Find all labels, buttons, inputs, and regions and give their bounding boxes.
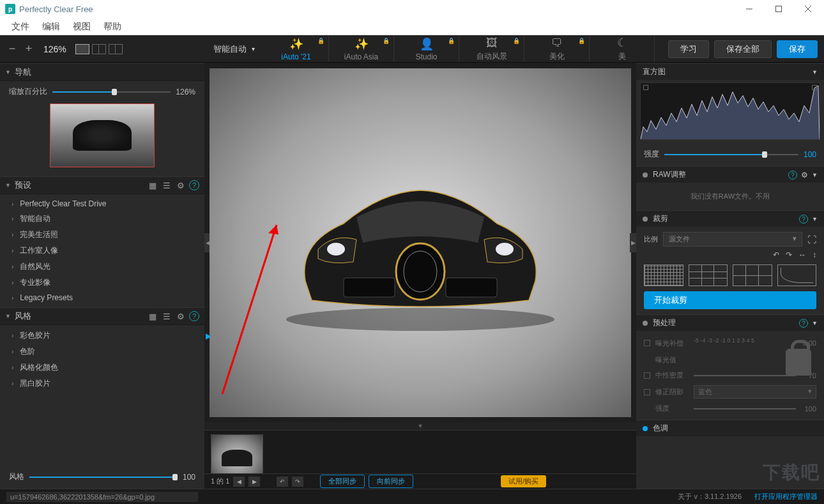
- presets-list: ›Perfectly Clear Test Drive ›智能自动 ›完美生活照…: [0, 194, 204, 307]
- preset-iauto21[interactable]: 🔒 ✨ iAuto '21: [264, 36, 329, 62]
- crop-grid-dense[interactable]: [644, 264, 683, 286]
- intensity-slider[interactable]: [664, 150, 798, 159]
- zoom-level[interactable]: 126%: [43, 44, 66, 54]
- undo-button[interactable]: ↶: [277, 477, 288, 487]
- start-crop-button[interactable]: 开始裁剪: [644, 291, 816, 309]
- pre-strength-slider[interactable]: [694, 404, 796, 413]
- help-icon[interactable]: ?: [788, 171, 797, 179]
- status-version: 关于 v：3.11.2.1926: [678, 492, 742, 501]
- nav-zoom-slider[interactable]: [52, 88, 171, 96]
- sync-forward-button[interactable]: 向前同步: [369, 475, 413, 488]
- redo-button[interactable]: ↷: [292, 477, 303, 487]
- navigator-thumbnail[interactable]: [50, 103, 155, 167]
- preprocess-header[interactable]: 预处理 ? ▼: [636, 314, 824, 331]
- flip-h-icon[interactable]: ↔: [798, 250, 806, 259]
- right-panel: 直方图 ▼ 强度 100: [636, 63, 824, 489]
- preset-beauty[interactable]: ☾ 美: [590, 36, 655, 62]
- flip-v-icon[interactable]: ↕: [813, 250, 816, 259]
- smart-auto-dropdown[interactable]: 智能自动 ▾: [204, 36, 264, 62]
- canvas-hscroll[interactable]: ▼: [204, 422, 636, 430]
- preset-studio[interactable]: 🔒 👤 Studio: [394, 36, 459, 62]
- zoom-out-button[interactable]: −: [6, 42, 18, 56]
- prev-button[interactable]: ◀: [233, 477, 245, 487]
- nav-header[interactable]: ▼ 导航: [0, 63, 204, 81]
- svg-point-10: [496, 243, 514, 256]
- tone-header[interactable]: 色调: [636, 420, 824, 436]
- help-icon[interactable]: ?: [799, 215, 808, 224]
- preset-landscape[interactable]: 🔒 🖼 自动风景: [459, 36, 524, 62]
- crop-header[interactable]: 裁剪 ? ▼: [636, 210, 824, 227]
- save-button[interactable]: 保存: [777, 40, 818, 58]
- grid-view-icon[interactable]: ▦: [147, 179, 158, 191]
- nav-zoom-val: 126%: [176, 88, 195, 96]
- histogram-header[interactable]: 直方图 ▼: [636, 63, 824, 80]
- rotate-cw-icon[interactable]: ↷: [786, 250, 792, 259]
- style-strength-slider[interactable]: [29, 473, 178, 482]
- zoom-in-button[interactable]: +: [23, 42, 34, 56]
- preset-beautify[interactable]: 🔒 🗨 美化: [524, 36, 590, 62]
- presets-header[interactable]: ▼ 预设 ▦ ☰ ⚙ ?: [0, 176, 204, 194]
- help-icon[interactable]: ?: [799, 319, 808, 328]
- preset-item[interactable]: ›完美生活照: [0, 227, 204, 243]
- crop-grid-golden[interactable]: [777, 264, 817, 286]
- gear-icon[interactable]: ⚙: [175, 310, 187, 322]
- preset-item[interactable]: ›工作室人像: [0, 243, 204, 259]
- landscape-icon: 🖼: [486, 36, 498, 50]
- view-single[interactable]: [75, 44, 89, 54]
- preset-iauto-asia[interactable]: 🔒 ✨ iAuto Asia: [329, 36, 394, 62]
- menu-file[interactable]: 文件: [5, 21, 36, 33]
- close-button[interactable]: [793, 0, 823, 18]
- collapse-right-button[interactable]: ▶: [630, 233, 636, 252]
- preset-item[interactable]: ›Perfectly Clear Test Drive: [0, 197, 204, 211]
- view-split-h[interactable]: [109, 44, 123, 54]
- svg-rect-7: [344, 278, 395, 297]
- learn-button[interactable]: 学习: [668, 40, 709, 58]
- style-item[interactable]: ›色阶: [0, 344, 204, 360]
- neutral-density-checkbox[interactable]: [644, 372, 650, 379]
- preset-item[interactable]: ›Legacy Presets: [0, 291, 204, 305]
- next-button[interactable]: ▶: [248, 477, 260, 487]
- trial-buy-button[interactable]: 试用/购买: [501, 475, 546, 487]
- crop-ratio-select[interactable]: 源文件▾: [663, 232, 802, 247]
- help-icon[interactable]: ?: [189, 311, 199, 321]
- minimize-button[interactable]: [735, 0, 764, 18]
- neutral-slider[interactable]: [694, 371, 796, 380]
- raw-header[interactable]: RAW调整 ? ⚙ ▼: [636, 166, 824, 183]
- preset-item[interactable]: ›自然风光: [0, 259, 204, 275]
- style-item[interactable]: ›黑白胶片: [0, 376, 204, 392]
- exp-comp-checkbox[interactable]: [644, 340, 650, 346]
- collapse-icon: ▼: [812, 216, 818, 222]
- list-view-icon[interactable]: ☰: [161, 179, 172, 191]
- list-view-icon[interactable]: ☰: [161, 310, 172, 322]
- save-all-button[interactable]: 保存全部: [714, 40, 772, 58]
- top-toolbar: − + 126% 智能自动 ▾ 🔒 ✨ iAuto '21 🔒 ✨ iAuto …: [0, 36, 824, 63]
- menu-view[interactable]: 视图: [66, 21, 97, 33]
- styles-list: ›彩色胶片 ›色阶 ›风格化颜色 ›黑白胶片: [0, 325, 204, 394]
- crop-grid-half[interactable]: [733, 264, 772, 286]
- chevron-down-icon: ▾: [252, 45, 255, 52]
- app-icon: p: [5, 4, 15, 14]
- intensity-val: 100: [804, 150, 816, 159]
- rotate-ccw-icon[interactable]: ↶: [773, 250, 779, 259]
- menu-edit[interactable]: 编辑: [36, 21, 66, 33]
- menu-help[interactable]: 帮助: [97, 21, 128, 33]
- image-canvas[interactable]: [210, 68, 631, 417]
- style-item[interactable]: ›风格化颜色: [0, 360, 204, 376]
- grid-view-icon[interactable]: ▦: [147, 310, 158, 322]
- open-program-manager-link[interactable]: 打开应用程序管理器: [754, 492, 818, 501]
- fix-shade-checkbox[interactable]: [644, 389, 650, 395]
- preset-item[interactable]: ›专业影像: [0, 275, 204, 291]
- crop-grid-thirds[interactable]: [689, 264, 728, 286]
- styles-header[interactable]: ▼ 风格 ▦ ☰ ⚙ ?: [0, 307, 204, 325]
- maximize-button[interactable]: [764, 0, 793, 18]
- gear-icon[interactable]: ⚙: [175, 179, 187, 191]
- help-icon[interactable]: ?: [189, 180, 199, 190]
- crop-reset-icon[interactable]: ⛶: [807, 234, 816, 245]
- preset-item[interactable]: ›智能自动: [0, 211, 204, 227]
- style-item[interactable]: ›彩色胶片: [0, 328, 204, 344]
- collapse-icon: ▼: [812, 320, 818, 326]
- fix-shade-select[interactable]: 蓝色▾: [694, 385, 816, 399]
- view-split-v[interactable]: [92, 44, 106, 54]
- gear-icon[interactable]: ⚙: [801, 171, 808, 179]
- sync-all-button[interactable]: 全部同步: [320, 475, 365, 488]
